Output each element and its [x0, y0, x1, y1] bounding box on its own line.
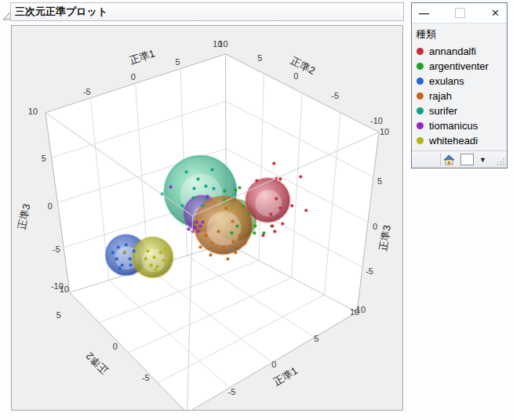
data-point-argentiventer[interactable]: [235, 224, 238, 227]
data-point-tiomanicus[interactable]: [196, 230, 199, 233]
legend-item-argentiventer[interactable]: argentiventer: [415, 59, 504, 74]
data-point-annandalfi[interactable]: [269, 212, 272, 215]
data-point-whiteheadi[interactable]: [153, 255, 156, 259]
data-point-surifer[interactable]: [191, 196, 195, 199]
legend-item-rajah[interactable]: rajah: [415, 89, 504, 103]
tick-label-axis3_right: -5: [366, 266, 373, 276]
data-point-rajah[interactable]: [234, 251, 237, 254]
color-swatch-button[interactable]: [460, 154, 474, 165]
data-point-argentiventer[interactable]: [247, 212, 250, 215]
data-point-exulans[interactable]: [115, 257, 118, 260]
data-point-annandalfi[interactable]: [278, 206, 282, 209]
data-point-annandalfi[interactable]: [278, 178, 282, 181]
data-point-annandalfi[interactable]: [281, 222, 284, 225]
data-point-annandalfi[interactable]: [290, 204, 293, 207]
data-point-whiteheadi[interactable]: [159, 251, 162, 254]
data-point-exulans[interactable]: [129, 257, 132, 260]
data-point-annandalfi[interactable]: [272, 162, 275, 165]
legend-item-label: surifer: [429, 105, 457, 117]
data-point-surifer[interactable]: [180, 204, 184, 207]
data-point-rajah[interactable]: [231, 219, 234, 223]
data-point-argentiventer[interactable]: [230, 231, 233, 234]
data-point-tiomanicus[interactable]: [206, 194, 209, 197]
data-point-whiteheadi[interactable]: [155, 268, 158, 271]
legend-item-exulans[interactable]: exulans: [415, 74, 504, 89]
data-point-argentiventer[interactable]: [253, 231, 256, 234]
data-point-argentiventer[interactable]: [223, 189, 226, 192]
data-point-whiteheadi[interactable]: [162, 259, 166, 262]
data-point-rajah[interactable]: [222, 245, 225, 248]
data-point-annandalfi[interactable]: [273, 230, 276, 233]
data-point-surifer[interactable]: [196, 178, 199, 181]
legend-item-annandalfi[interactable]: annandalfi: [415, 44, 504, 59]
close-icon[interactable]: ✕: [491, 7, 500, 19]
tick-label-axis3_left: 0: [48, 201, 53, 211]
report-titlebar[interactable]: 三次元正準プロット: [10, 2, 404, 21]
dropdown-caret-icon[interactable]: ▼: [479, 156, 486, 164]
data-point-annandalfi[interactable]: [261, 234, 264, 237]
canonical-3d-plot[interactable]: -505101050-5-101050-5-101050-5-505101050…: [12, 26, 402, 410]
legend-item-surifer[interactable]: surifer: [415, 103, 504, 118]
legend-titlebar[interactable]: — ✕: [412, 3, 507, 24]
data-point-argentiventer[interactable]: [253, 224, 256, 227]
data-point-rajah[interactable]: [198, 245, 202, 248]
data-point-exulans[interactable]: [118, 266, 122, 270]
data-point-exulans[interactable]: [129, 263, 133, 266]
data-point-exulans[interactable]: [125, 243, 128, 246]
data-point-rajah[interactable]: [226, 257, 229, 260]
data-point-tiomanicus[interactable]: [169, 185, 172, 188]
data-point-tiomanicus[interactable]: [193, 226, 196, 229]
minimize-icon[interactable]: —: [419, 7, 429, 19]
tick-label-axis1_top: 0: [131, 72, 136, 81]
legend-item-tiomanicus[interactable]: tiomanicus: [415, 118, 504, 133]
data-point-whiteheadi[interactable]: [150, 263, 153, 266]
data-point-exulans[interactable]: [117, 245, 120, 248]
data-point-surifer[interactable]: [184, 171, 187, 174]
data-point-surifer[interactable]: [212, 186, 215, 190]
data-point-surifer[interactable]: [201, 204, 204, 207]
home-icon[interactable]: [443, 154, 455, 165]
data-point-surifer[interactable]: [192, 186, 195, 190]
data-point-rajah[interactable]: [204, 234, 207, 237]
data-point-exulans[interactable]: [133, 249, 136, 252]
data-point-whiteheadi[interactable]: [147, 249, 150, 252]
tick-label-axis1_top: 5: [176, 57, 180, 67]
data-point-argentiventer[interactable]: [238, 186, 241, 189]
data-point-rajah[interactable]: [209, 253, 212, 256]
data-point-argentiventer[interactable]: [234, 188, 237, 191]
data-point-rajah[interactable]: [210, 241, 213, 244]
data-point-tiomanicus[interactable]: [198, 224, 202, 227]
legend-marker-icon: [417, 78, 424, 85]
data-point-whiteheadi[interactable]: [156, 265, 159, 268]
legend-item-label: exulans: [429, 75, 464, 87]
data-point-surifer[interactable]: [204, 184, 207, 187]
data-point-whiteheadi[interactable]: [144, 257, 147, 260]
data-point-argentiventer[interactable]: [242, 205, 245, 208]
data-point-annandalfi[interactable]: [271, 224, 274, 227]
data-point-whiteheadi[interactable]: [123, 250, 126, 253]
data-point-annandalfi[interactable]: [304, 208, 307, 212]
axis2-title-bottom: 正準2: [84, 349, 111, 376]
data-point-exulans[interactable]: [121, 263, 124, 266]
maximize-icon[interactable]: [455, 8, 465, 18]
data-point-annandalfi[interactable]: [275, 197, 278, 200]
data-point-surifer[interactable]: [210, 168, 213, 172]
data-point-rajah[interactable]: [224, 206, 227, 209]
axis1-title-top: 正準1: [128, 47, 156, 67]
legend-item-whiteheadi[interactable]: whiteheadi: [415, 133, 504, 148]
data-point-rajah[interactable]: [231, 240, 235, 243]
data-point-tiomanicus[interactable]: [195, 220, 198, 223]
tick-label-axis2_top: 10: [218, 39, 227, 49]
data-point-rajah[interactable]: [216, 230, 220, 233]
data-point-rajah[interactable]: [243, 241, 246, 244]
legend-marker-icon: [417, 92, 424, 100]
data-point-tiomanicus[interactable]: [201, 220, 204, 223]
data-point-rajah[interactable]: [238, 234, 241, 237]
data-point-annandalfi[interactable]: [299, 176, 302, 179]
data-point-exulans[interactable]: [111, 251, 115, 254]
resize-grip[interactable]: [497, 158, 505, 166]
tick-label-axis2_top: -10: [370, 116, 383, 125]
data-point-tiomanicus[interactable]: [187, 227, 190, 230]
data-point-annandalfi[interactable]: [255, 179, 258, 183]
data-point-whiteheadi[interactable]: [164, 248, 167, 251]
